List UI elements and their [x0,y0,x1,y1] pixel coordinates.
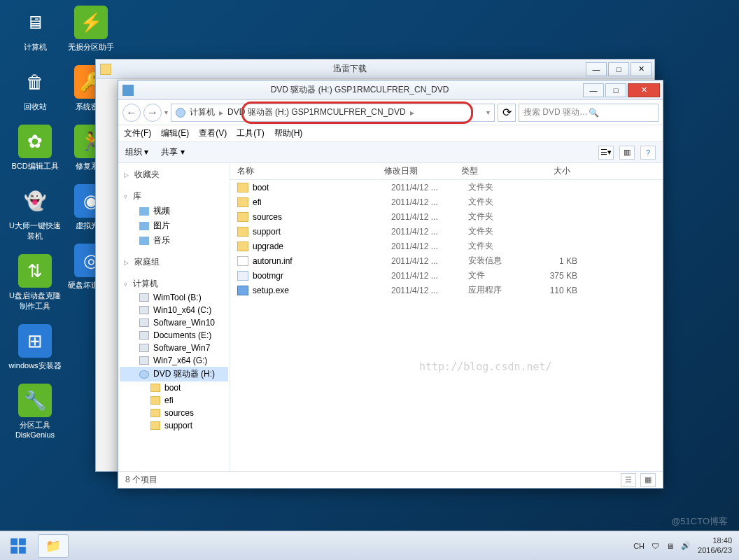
close-button[interactable]: ✕ [631,62,652,76]
nav-folder-item[interactable]: support [120,419,228,432]
tray-icon[interactable]: 🖥 [666,542,674,550]
maximize-button[interactable]: □ [608,62,629,76]
file-row[interactable]: efi2011/4/12 ...文件夹 [230,195,663,209]
clock[interactable]: 18:40 2016/6/23 [698,536,732,554]
col-name[interactable]: 名称 [230,165,384,177]
nav-drive-item[interactable]: Documents (E:) [120,329,228,342]
nav-drive-item[interactable]: Software_Win7 [120,342,228,354]
details-view-button[interactable]: ☰ [621,473,636,487]
view-options-button[interactable]: ☰▾ [598,146,614,160]
file-type: 文件夹 [468,225,531,237]
desktop-icon[interactable]: 👻U大师一键快速装机 [8,184,62,241]
breadcrumb-item[interactable]: DVD 驱动器 (H:) GSP1RMCULFRER_CN_DVD [226,106,407,118]
file-row[interactable]: boot2011/4/12 ...文件夹 [230,180,663,195]
desktop-icon[interactable]: ✿BCD编辑工具 [8,125,62,172]
file-row[interactable]: bootmgr2011/4/12 ...文件375 KB [230,268,663,283]
file-date: 2011/4/12 ... [391,256,468,266]
dropdown-icon[interactable]: ▾ [486,108,490,116]
preview-pane-button[interactable]: ▥ [619,146,635,160]
file-row[interactable]: support2011/4/12 ...文件夹 [230,224,663,239]
menu-item[interactable]: 查看(V) [199,127,227,139]
nav-computer[interactable]: ▿计算机 [120,276,228,291]
nav-drive-item[interactable]: Win10_x64 (C:) [120,304,228,316]
col-type[interactable]: 类型 [461,165,524,177]
column-headers[interactable]: 名称 修改日期 类型 大小 [230,163,663,180]
maximize-button[interactable]: □ [605,83,626,97]
file-name: bootmgr [253,271,391,281]
nav-folder-item[interactable]: efi [120,394,228,407]
col-size[interactable]: 大小 [524,165,580,177]
desktop-icon[interactable]: ⊞windows安装器 [8,324,62,371]
nav-drive-item[interactable]: WimTool (B:) [120,291,228,304]
history-dropdown-icon[interactable]: ▾ [164,108,168,116]
desktop-icon[interactable]: 🖥计算机 [8,6,62,52]
file-icon [237,256,248,266]
desktop-icon-label: 计算机 [8,42,62,52]
ime-indicator[interactable]: CH [633,542,645,550]
nav-homegroup[interactable]: ▷家庭组 [120,255,228,270]
file-name: sources [253,212,391,222]
nav-favorites[interactable]: ▷收藏夹 [120,167,228,182]
organize-menu[interactable]: 组织 ▾ [125,146,148,158]
start-button[interactable] [0,531,36,560]
search-input[interactable]: 搜索 DVD 驱动器 (H:) GSP1... 🔍 [519,104,659,122]
navigation-pane[interactable]: ▷收藏夹 ▿库 视频图片音乐 ▷家庭组 ▿计算机 WimTool (B:)Win… [118,163,230,471]
window-title: 迅雷下载 [115,63,584,75]
titlebar[interactable]: 迅雷下载 — □ ✕ [96,59,654,79]
tray-icon[interactable]: 🛡 [652,542,659,550]
minimize-button[interactable]: — [586,62,607,76]
file-name: efi [253,197,391,207]
nav-folder-item[interactable]: sources [120,407,228,419]
nav-dvd-drive[interactable]: DVD 驱动器 (H:) [120,367,228,382]
file-icon [237,212,248,222]
desktop-icon-label: 无损分区助手 [64,42,118,52]
nav-drive-item[interactable]: Software_Win10 [120,316,228,329]
nav-folder-item[interactable]: boot [120,382,228,394]
taskbar-item-explorer[interactable]: 📁 [38,534,69,558]
file-row[interactable]: setup.exe2011/4/12 ...应用程序110 KB [230,283,663,298]
system-tray[interactable]: CH 🛡 🖥 🔊 18:40 2016/6/23 [633,536,739,554]
file-name: upgrade [253,241,391,251]
nav-libraries[interactable]: ▿库 [120,189,228,204]
col-date[interactable]: 修改日期 [384,165,461,177]
address-bar[interactable]: 计算机 ▸ DVD 驱动器 (H:) GSP1RMCULFRER_CN_DVD … [171,104,495,122]
help-button[interactable]: ? [640,146,656,160]
file-row[interactable]: autorun.inf2011/4/12 ...安装信息1 KB [230,253,663,268]
forward-button[interactable]: → [143,104,162,122]
desktop-icon[interactable]: ⇅U盘启动盘克隆制作工具 [8,254,62,312]
share-menu[interactable]: 共享 ▾ [161,146,184,158]
file-icon [237,286,248,295]
search-icon[interactable]: 🔍 [589,108,654,118]
file-size: 1 KB [531,256,587,266]
chevron-right-icon[interactable]: ▸ [410,108,414,118]
nav-drive-item[interactable]: Win7_x64 (G:) [120,354,228,367]
file-size: 375 KB [531,271,587,281]
chevron-right-icon[interactable]: ▸ [219,108,223,118]
back-button[interactable]: ← [122,104,141,122]
desktop-icon[interactable]: 🗑回收站 [8,65,62,112]
file-row[interactable]: upgrade2011/4/12 ...文件夹 [230,239,663,253]
nav-library-item[interactable]: 图片 [120,218,228,233]
app-icon: ✿ [18,125,52,158]
breadcrumb-item[interactable]: 计算机 [188,106,216,118]
svg-rect-2 [10,547,17,554]
desktop-icon[interactable]: 🔧分区工具DiskGenius [8,384,62,439]
nav-library-item[interactable]: 视频 [120,204,228,218]
menu-item[interactable]: 编辑(E) [161,127,189,139]
file-date: 2011/4/12 ... [391,271,468,281]
file-row[interactable]: sources2011/4/12 ...文件夹 [230,209,663,224]
menu-item[interactable]: 工具(T) [237,127,264,139]
file-type: 安装信息 [468,255,531,267]
minimize-button[interactable]: — [583,83,604,97]
taskbar[interactable]: 📁 CH 🛡 🖥 🔊 18:40 2016/6/23 [0,531,739,560]
menu-item[interactable]: 帮助(H) [274,127,303,139]
menu-item[interactable]: 文件(F) [124,127,151,139]
icons-view-button[interactable]: ▦ [640,473,656,487]
refresh-button[interactable]: ⟳ [498,104,516,122]
titlebar[interactable]: DVD 驱动器 (H:) GSP1RMCULFRER_CN_DVD — □ ✕ [118,80,663,100]
desktop-icon[interactable]: ⚡无损分区助手 [64,6,118,52]
app-icon: 🔧 [18,384,52,417]
tray-icon[interactable]: 🔊 [681,541,691,550]
nav-library-item[interactable]: 音乐 [120,233,228,248]
close-button[interactable]: ✕ [628,83,660,97]
